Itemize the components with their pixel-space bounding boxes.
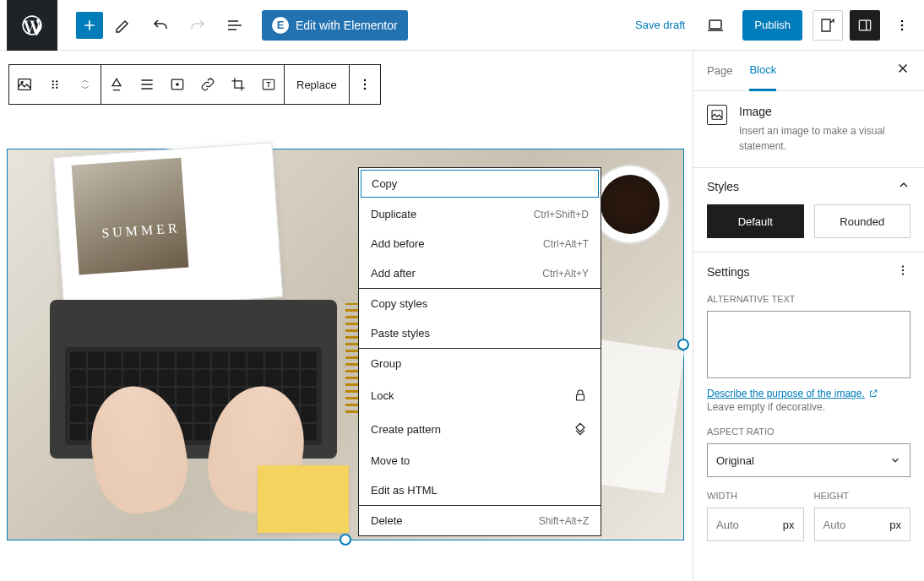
save-draft-button[interactable]: Save draft [625, 19, 695, 31]
svg-point-24 [902, 273, 904, 274]
block-type-button[interactable] [9, 65, 40, 104]
settings-sidebar: Page Block Image Insert an image to make… [693, 51, 924, 581]
svg-rect-20 [577, 394, 584, 400]
svg-point-7 [21, 81, 24, 84]
publish-button[interactable]: Publish [742, 10, 802, 41]
ctx-move-to[interactable]: Move to [359, 446, 601, 475]
aspect-ratio-select[interactable]: Original [707, 443, 910, 477]
laptop-icon [705, 15, 726, 35]
svg-point-12 [52, 87, 54, 89]
style-default-button[interactable]: Default [707, 204, 804, 238]
alt-text-input[interactable] [707, 311, 910, 378]
lock-icon [572, 387, 589, 404]
redo-button[interactable] [181, 8, 215, 42]
svg-point-15 [176, 83, 178, 85]
aspect-label: Aspect Ratio [707, 426, 910, 437]
chevron-down-icon: ﹀ [81, 84, 90, 93]
drag-handle[interactable] [40, 65, 70, 104]
crop-icon [230, 76, 247, 93]
chevron-down-icon [889, 454, 901, 466]
elementor-button[interactable]: E Edit with Elementor [262, 10, 408, 41]
add-block-button[interactable] [76, 12, 103, 39]
sidebar-toggle-button[interactable] [850, 10, 880, 41]
style-rounded-button[interactable]: Rounded [814, 204, 911, 238]
ctx-add-before[interactable]: Add beforeCtrl+Alt+T [359, 229, 601, 258]
ctx-copy-styles[interactable]: Copy styles [359, 289, 601, 318]
editor-canvas[interactable]: ︿ ﹀ [0, 51, 693, 581]
ctx-paste-styles[interactable]: Paste styles [359, 318, 601, 348]
crop-button[interactable] [223, 65, 253, 104]
preview-button[interactable] [698, 8, 732, 42]
width-label: Width [707, 491, 804, 501]
alt-text-label: Alternative Text [707, 294, 910, 304]
block-options-button[interactable] [350, 65, 380, 104]
dots-vertical-icon [895, 263, 910, 278]
svg-point-19 [363, 88, 366, 90]
block-toolbar: ︿ ﹀ [8, 64, 381, 105]
svg-point-8 [52, 80, 54, 82]
replace-button[interactable]: Replace [285, 65, 349, 104]
svg-point-18 [363, 84, 366, 86]
svg-point-3 [901, 19, 904, 22]
block-icon [707, 105, 727, 125]
wordpress-icon [20, 14, 44, 37]
ctx-create-pattern[interactable]: Create pattern [359, 412, 601, 446]
resize-handle-bottom[interactable] [340, 534, 351, 546]
panel-icon [856, 17, 873, 34]
svg-point-17 [363, 79, 366, 82]
caption-icon [108, 76, 125, 93]
ctx-delete[interactable]: DeleteShift+Alt+Z [359, 506, 601, 535]
link-button[interactable] [193, 65, 223, 104]
ctx-duplicate[interactable]: DuplicateCtrl+Shift+D [359, 199, 601, 229]
drag-icon [47, 77, 63, 92]
text-overlay-button[interactable] [162, 65, 193, 104]
svg-point-5 [901, 28, 904, 30]
jetpack-button[interactable] [813, 10, 843, 41]
styles-title: Styles [707, 180, 739, 193]
settings-title: Settings [707, 265, 750, 279]
height-input[interactable]: Auto px [814, 508, 911, 541]
svg-point-23 [902, 269, 904, 271]
move-arrows[interactable]: ︿ ﹀ [70, 65, 101, 104]
undo-icon [150, 15, 171, 35]
overlay-icon [169, 76, 186, 93]
ctx-edit-html[interactable]: Edit as HTML [359, 475, 601, 505]
alignment-button[interactable] [132, 65, 162, 104]
elementor-icon: E [272, 17, 289, 34]
ctx-group[interactable]: Group [359, 349, 601, 378]
document-overview-button[interactable] [218, 8, 252, 42]
svg-point-11 [56, 84, 57, 85]
image-icon [709, 107, 725, 122]
settings-options-button[interactable] [895, 263, 910, 280]
ctx-copy[interactable]: Copy [361, 170, 599, 198]
wp-logo[interactable] [7, 0, 57, 51]
list-icon [225, 15, 245, 35]
edit-page-icon [818, 15, 838, 35]
resize-handle-right[interactable] [677, 339, 689, 350]
close-sidebar-button[interactable] [895, 61, 910, 80]
ctx-add-after[interactable]: Add afterCtrl+Alt+Y [359, 258, 601, 288]
styles-toggle[interactable] [897, 178, 910, 194]
width-input[interactable]: Auto px [707, 508, 804, 541]
align-button[interactable] [101, 65, 132, 104]
options-button[interactable] [887, 10, 917, 41]
svg-point-4 [901, 24, 904, 26]
svg-point-13 [56, 87, 57, 89]
undo-button[interactable] [144, 8, 177, 42]
alt-purpose-link[interactable]: Describe the purpose of the image. [707, 388, 878, 399]
block-context-menu: Copy DuplicateCtrl+Shift+D Add beforeCtr… [358, 167, 601, 536]
text-on-image-button[interactable] [253, 65, 284, 104]
plus-icon [81, 17, 98, 34]
svg-rect-1 [859, 20, 870, 30]
text-icon [260, 76, 277, 93]
external-link-icon [868, 388, 878, 399]
tab-block[interactable]: Block [749, 51, 776, 91]
dots-vertical-icon [356, 76, 373, 93]
tab-page[interactable]: Page [707, 51, 732, 91]
height-label: Height [814, 491, 911, 501]
image-icon [15, 75, 34, 94]
svg-point-9 [56, 80, 57, 82]
ctx-lock[interactable]: Lock [359, 378, 601, 412]
edit-mode-button[interactable] [106, 8, 140, 42]
pencil-icon [113, 15, 133, 35]
